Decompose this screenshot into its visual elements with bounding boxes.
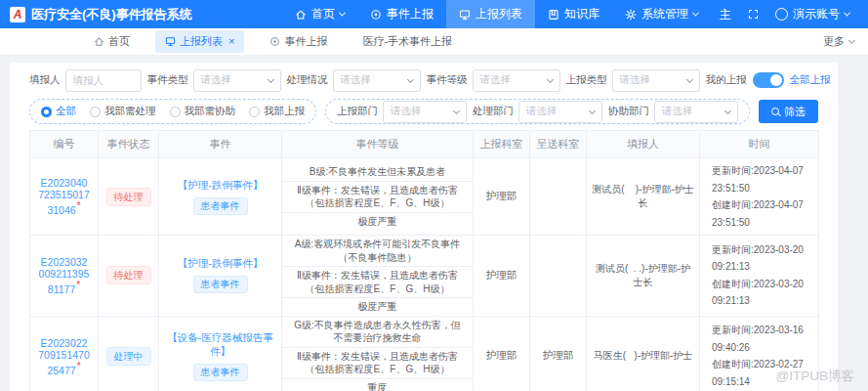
- table-row: E202304072351501731046* 待处理 【护理-跌倒事件】 患者…: [30, 158, 819, 236]
- report-scope-toggle[interactable]: [753, 72, 784, 88]
- submit-dept-cell: [530, 236, 587, 317]
- tab-surgery-report[interactable]: 医疗-手术事件上报: [352, 30, 462, 53]
- event-level-label: 事件等级: [427, 73, 468, 87]
- nav-item-system[interactable]: 系统管理: [612, 0, 711, 28]
- level-text: Ⅱ级事件：发生错误，且造成患者伤害（包括损害程度E、F、G、H级）: [282, 348, 473, 379]
- tab-label: 医疗-手术事件上报: [362, 34, 452, 49]
- page-body: 填报人 事件类型 请选择 处理情况 请选择 事件等级 请选择 上报类型 请选择 …: [0, 56, 868, 391]
- navbar-menu: 首页 事件上报 上报列表 知识库 系统管理 主 演示账号: [282, 0, 858, 28]
- event-level-select[interactable]: 请选择: [473, 69, 560, 92]
- event-id-link[interactable]: E202302270915147025477: [38, 337, 90, 376]
- nav-item-report-list[interactable]: 上报列表: [446, 0, 535, 28]
- event-name-link[interactable]: 【护理-跌倒事件】: [163, 257, 277, 271]
- more-label: 更多: [823, 34, 845, 49]
- radio-need-handle[interactable]: 我部需处理: [90, 105, 156, 118]
- home-icon: [94, 36, 104, 47]
- book-icon: [548, 9, 559, 21]
- nav-item-label: 上报列表: [475, 6, 522, 22]
- handle-dept-label: 处理部门: [473, 105, 514, 118]
- scope-radio-group: 全部 我部需处理 我部需协助 我部上报: [29, 99, 316, 124]
- nav-item-label: 知识库: [564, 6, 599, 22]
- nav-item-label: 事件上报: [387, 6, 434, 22]
- tab-event-report[interactable]: 事件上报: [260, 30, 337, 53]
- radio-label: 全部: [56, 105, 76, 118]
- radio-label: 我部需协助: [185, 105, 236, 118]
- radio-label: 我部上报: [264, 105, 305, 118]
- text-size-icon: 主: [720, 9, 731, 21]
- radio-need-assist[interactable]: 我部需协助: [170, 105, 236, 118]
- report-dept-cell: 护理部: [474, 158, 530, 236]
- level-text: 重度: [282, 379, 473, 391]
- event-type-select[interactable]: 请选择: [193, 69, 281, 92]
- submit-dept-cell: [530, 158, 587, 236]
- tab-bar: 首页 上报列表 × 事件上报 医疗-手术事件上报 更多: [0, 28, 868, 56]
- tab-report-list[interactable]: 上报列表 ×: [155, 30, 244, 53]
- handle-dept-select[interactable]: 请选择: [518, 101, 602, 123]
- text-size-button[interactable]: 主: [711, 0, 740, 28]
- handle-status-select[interactable]: 请选择: [333, 69, 421, 92]
- assist-dept-label: 协助部门: [608, 105, 649, 118]
- level-text: Ⅱ级事件：发生错误，且造成患者伤害（包括损害程度E、F、G、H级）: [282, 267, 473, 298]
- required-mark: *: [76, 280, 80, 290]
- chevron-down-icon: [267, 75, 273, 82]
- search-button-label: 筛选: [784, 105, 806, 119]
- reporter-input[interactable]: [65, 69, 142, 92]
- report-dept-select[interactable]: 请选择: [383, 101, 467, 123]
- event-id-link[interactable]: E202304072351501731046: [38, 177, 90, 216]
- select-placeholder: 请选择: [620, 73, 651, 87]
- radio-all[interactable]: 全部: [41, 105, 76, 118]
- brand: A 医疗安全(不良)事件报告系统: [10, 6, 192, 23]
- monitor-icon: [165, 36, 176, 47]
- status-badge: 待处理: [106, 266, 151, 284]
- my-report-label: 我的上报: [706, 73, 747, 87]
- col-id: 编号: [30, 131, 99, 158]
- select-placeholder: 请选择: [391, 105, 422, 118]
- events-table: 编号 事件状态 事件 事件等级 上报科室 呈送科室 填报人 时间 E202304…: [29, 130, 819, 391]
- level-text: 极度严重: [282, 298, 473, 316]
- chevron-down-icon: [844, 10, 850, 17]
- table-header-row: 编号 事件状态 事件 事件等级 上报科室 呈送科室 填报人 时间: [30, 131, 819, 158]
- radio-my-dept-report[interactable]: 我部上报: [249, 105, 305, 118]
- filter-row-2: 全部 我部需处理 我部需协助 我部上报 上报部门 请选择 处理部门: [29, 98, 818, 125]
- radio-label: 我部需处理: [104, 105, 156, 118]
- select-placeholder: 请选择: [662, 105, 693, 118]
- more-button[interactable]: 更多: [823, 34, 854, 49]
- nav-item-knowledge[interactable]: 知识库: [535, 0, 612, 28]
- report-type-select[interactable]: 请选择: [612, 69, 700, 92]
- status-badge: 处理中: [106, 347, 151, 366]
- user-menu[interactable]: 演示账号: [766, 0, 858, 28]
- select-placeholder: 请选择: [341, 73, 372, 87]
- event-id-link[interactable]: E202303200921139581177: [39, 256, 90, 295]
- radio-icon: [90, 107, 101, 117]
- chevron-down-icon: [453, 107, 460, 113]
- level-text: A级:客观环境或条件可能引发不良事件（不良事件隐患）: [282, 236, 473, 267]
- table-row: E202303200921139581177* 待处理 【护理-跌倒事件】 患者…: [30, 236, 819, 317]
- create-time: 创建时间:2023-03-20 09:21:13: [712, 276, 806, 310]
- tab-home[interactable]: 首页: [84, 30, 140, 53]
- required-mark: *: [77, 200, 81, 211]
- fullscreen-icon: [749, 10, 758, 19]
- report-list-card: 填报人 事件类型 请选择 处理情况 请选择 事件等级 请选择 上报类型 请选择 …: [10, 63, 838, 391]
- level-text: Ⅱ级事件：发生错误，且造成患者伤害（包括损害程度E、F、G、H级）: [282, 182, 473, 213]
- assist-dept-select[interactable]: 请选择: [654, 101, 738, 123]
- event-tag: 患者事件: [193, 197, 248, 215]
- home-icon: [295, 9, 307, 21]
- radio-icon: [249, 107, 260, 117]
- fullscreen-button[interactable]: [740, 0, 766, 28]
- nav-item-home[interactable]: 首页: [282, 0, 357, 28]
- monitor-icon: [459, 9, 471, 21]
- tab-close-icon[interactable]: ×: [228, 36, 234, 47]
- event-name-link[interactable]: 【护理-跌倒事件】: [163, 179, 277, 193]
- chevron-down-icon: [724, 107, 731, 113]
- search-button[interactable]: 筛选: [759, 100, 818, 123]
- event-name-link[interactable]: 【设备-医疗器械报告事件】: [163, 331, 277, 359]
- level-text: G级:不良事件造成患者永久性伤害，但不需要治疗挽救生命: [282, 317, 473, 348]
- col-reporter: 填报人: [587, 131, 700, 158]
- level-text: 极度严重: [282, 213, 473, 231]
- reporter-cell: 测试员( . .)-护理部-护士长: [587, 236, 700, 317]
- nav-item-label: 系统管理: [641, 6, 688, 22]
- nav-item-event-report[interactable]: 事件上报: [357, 0, 446, 28]
- tab-label: 上报列表: [180, 34, 223, 49]
- col-event: 事件: [159, 131, 282, 158]
- chevron-down-icon: [339, 10, 346, 17]
